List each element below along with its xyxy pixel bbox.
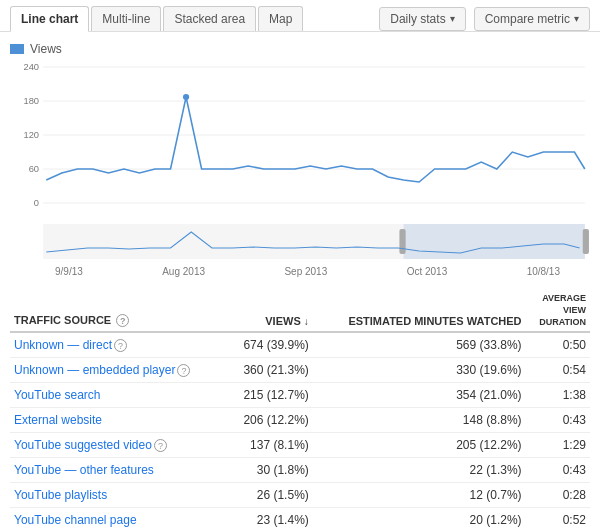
- table-row: YouTube suggested video?137 (8.1%)205 (1…: [10, 433, 590, 458]
- table-row: Unknown — direct?674 (39.9%)569 (33.8%)0…: [10, 332, 590, 358]
- minutes-cell: 148 (8.8%): [313, 408, 526, 433]
- minutes-cell: 354 (21.0%): [313, 383, 526, 408]
- duration-cell: 0:50: [526, 332, 590, 358]
- source-cell[interactable]: YouTube — other features: [10, 458, 227, 483]
- duration-cell: 0:43: [526, 408, 590, 433]
- row-help-icon[interactable]: ?: [114, 339, 127, 352]
- table-row: Unknown — embedded player?360 (21.3%)330…: [10, 358, 590, 383]
- col-header-minutes: ESTIMATED MINUTES WATCHED: [313, 285, 526, 332]
- tabs-right: Daily stats Compare metric: [379, 7, 590, 31]
- table-row: External website206 (12.2%)148 (8.8%)0:4…: [10, 408, 590, 433]
- table-row: YouTube playlists26 (1.5%)12 (0.7%)0:28: [10, 483, 590, 508]
- tabs-row: Line chart Multi-line Stacked area Map D…: [0, 0, 600, 32]
- table-row: YouTube search215 (12.7%)354 (21.0%)1:38: [10, 383, 590, 408]
- minutes-cell: 569 (33.8%): [313, 332, 526, 358]
- source-cell[interactable]: External website: [10, 408, 227, 433]
- source-cell[interactable]: YouTube search: [10, 383, 227, 408]
- table-row: YouTube channel page23 (1.4%)20 (1.2%)0:…: [10, 508, 590, 528]
- svg-rect-12: [399, 229, 405, 254]
- views-cell: 360 (21.3%): [227, 358, 313, 383]
- legend-color-box: [10, 44, 24, 54]
- source-cell[interactable]: YouTube channel page: [10, 508, 227, 528]
- date-label-oct: Oct 2013: [407, 266, 448, 277]
- scrollbar-chart[interactable]: [10, 224, 590, 264]
- views-cell: 23 (1.4%): [227, 508, 313, 528]
- date-label-end: 10/8/13: [527, 266, 560, 277]
- scrollbar-svg: [10, 224, 590, 264]
- date-label-aug: Aug 2013: [162, 266, 205, 277]
- views-cell: 215 (12.7%): [227, 383, 313, 408]
- views-cell: 30 (1.8%): [227, 458, 313, 483]
- svg-text:240: 240: [23, 62, 39, 72]
- svg-rect-11: [404, 224, 585, 259]
- svg-text:120: 120: [23, 130, 39, 140]
- duration-cell: 0:43: [526, 458, 590, 483]
- duration-cell: 0:52: [526, 508, 590, 528]
- chart-container: Views 240 180 120 60 0: [0, 32, 600, 285]
- duration-cell: 0:28: [526, 483, 590, 508]
- views-cell: 206 (12.2%): [227, 408, 313, 433]
- svg-text:60: 60: [29, 164, 39, 174]
- tab-line-chart[interactable]: Line chart: [10, 6, 89, 32]
- source-help-icon[interactable]: ?: [116, 314, 129, 327]
- daily-stats-dropdown[interactable]: Daily stats: [379, 7, 465, 31]
- traffic-source-table: TRAFFIC SOURCE ? VIEWS ↓ ESTIMATED MINUT…: [0, 285, 600, 527]
- tab-multi-line[interactable]: Multi-line: [91, 6, 161, 31]
- minutes-cell: 12 (0.7%): [313, 483, 526, 508]
- svg-text:180: 180: [23, 96, 39, 106]
- tab-stacked-area[interactable]: Stacked area: [163, 6, 256, 31]
- compare-metric-dropdown[interactable]: Compare metric: [474, 7, 590, 31]
- tabs-left: Line chart Multi-line Stacked area Map: [10, 6, 303, 31]
- main-chart-area: 240 180 120 60 0: [10, 62, 590, 222]
- svg-rect-13: [583, 229, 589, 254]
- tab-map[interactable]: Map: [258, 6, 303, 31]
- date-labels: 9/9/13 Aug 2013 Sep 2013 Oct 2013 10/8/1…: [10, 264, 590, 285]
- views-cell: 26 (1.5%): [227, 483, 313, 508]
- minutes-cell: 330 (19.6%): [313, 358, 526, 383]
- chart-peak-dot: [183, 94, 189, 100]
- duration-cell: 1:29: [526, 433, 590, 458]
- date-label-start: 9/9/13: [55, 266, 83, 277]
- minutes-cell: 22 (1.3%): [313, 458, 526, 483]
- views-cell: 674 (39.9%): [227, 332, 313, 358]
- col-header-source: TRAFFIC SOURCE ?: [10, 285, 227, 332]
- chart-legend: Views: [10, 42, 590, 56]
- row-help-icon[interactable]: ?: [177, 364, 190, 377]
- source-cell[interactable]: Unknown — embedded player?: [10, 358, 227, 383]
- duration-cell: 0:54: [526, 358, 590, 383]
- source-cell[interactable]: Unknown — direct?: [10, 332, 227, 358]
- legend-label: Views: [30, 42, 62, 56]
- sort-arrow-views: ↓: [304, 316, 309, 327]
- date-label-sep: Sep 2013: [284, 266, 327, 277]
- line-chart-svg: 240 180 120 60 0: [10, 62, 590, 222]
- minutes-cell: 205 (12.2%): [313, 433, 526, 458]
- source-cell[interactable]: YouTube suggested video?: [10, 433, 227, 458]
- col-header-duration: AVERAGEVIEWDURATION: [526, 285, 590, 332]
- svg-text:0: 0: [34, 198, 39, 208]
- views-cell: 137 (8.1%): [227, 433, 313, 458]
- row-help-icon[interactable]: ?: [154, 439, 167, 452]
- table-row: YouTube — other features30 (1.8%)22 (1.3…: [10, 458, 590, 483]
- duration-cell: 1:38: [526, 383, 590, 408]
- source-cell[interactable]: YouTube playlists: [10, 483, 227, 508]
- minutes-cell: 20 (1.2%): [313, 508, 526, 528]
- col-header-views: VIEWS ↓: [227, 285, 313, 332]
